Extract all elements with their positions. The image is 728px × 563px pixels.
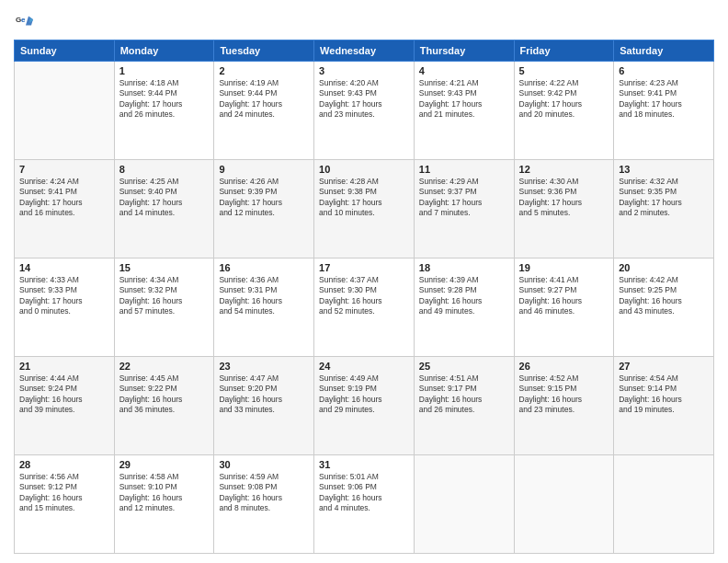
calendar-cell: 19Sunrise: 4:41 AMSunset: 9:27 PMDayligh… [514,259,614,357]
day-number: 29 [119,459,210,470]
day-number: 3 [319,65,409,76]
calendar-cell: 4Sunrise: 4:21 AMSunset: 9:43 PMDaylight… [414,62,514,160]
calendar-cell: 5Sunrise: 4:22 AMSunset: 9:42 PMDaylight… [514,62,614,160]
day-info: Sunrise: 4:37 AMSunset: 9:30 PMDaylight:… [319,275,409,317]
day-number: 30 [219,459,309,470]
day-info: Sunrise: 4:51 AMSunset: 9:17 PMDaylight:… [419,373,509,416]
day-number: 25 [419,361,509,372]
day-number: 26 [519,361,609,372]
calendar-cell: 14Sunrise: 4:33 AMSunset: 9:33 PMDayligh… [15,259,115,357]
day-number: 6 [619,65,709,76]
day-number: 24 [319,361,409,372]
calendar-cell: 26Sunrise: 4:52 AMSunset: 9:15 PMDayligh… [514,357,614,455]
day-number: 8 [119,164,210,175]
day-info: Sunrise: 4:18 AMSunset: 9:44 PMDaylight:… [119,78,210,121]
calendar-cell: 31Sunrise: 5:01 AMSunset: 9:06 PMDayligh… [314,455,415,554]
calendar-cell: 30Sunrise: 4:59 AMSunset: 9:08 PMDayligh… [214,455,314,554]
day-info: Sunrise: 4:59 AMSunset: 9:08 PMDaylight:… [219,472,309,514]
day-info: Sunrise: 4:29 AMSunset: 9:37 PMDaylight:… [419,177,509,219]
calendar-cell: 18Sunrise: 4:39 AMSunset: 9:28 PMDayligh… [414,259,514,357]
calendar-cell: 25Sunrise: 4:51 AMSunset: 9:17 PMDayligh… [414,357,514,455]
calendar-cell: 28Sunrise: 4:56 AMSunset: 9:12 PMDayligh… [15,455,115,554]
day-number: 20 [619,262,709,273]
day-of-week-tuesday: Tuesday [214,40,314,62]
calendar-cell: 2Sunrise: 4:19 AMSunset: 9:44 PMDaylight… [214,62,314,160]
day-info: Sunrise: 4:21 AMSunset: 9:43 PMDaylight:… [419,78,509,121]
calendar-cell: 20Sunrise: 4:42 AMSunset: 9:25 PMDayligh… [614,259,714,357]
svg-text:e: e [21,16,26,24]
logo: G e [14,14,38,32]
day-info: Sunrise: 4:32 AMSunset: 9:35 PMDaylight:… [619,177,709,219]
day-number: 14 [19,262,109,273]
day-info: Sunrise: 4:19 AMSunset: 9:44 PMDaylight:… [219,78,309,121]
day-number: 12 [519,164,609,175]
day-of-week-friday: Friday [514,40,614,62]
day-number: 1 [119,65,210,76]
header: G e [14,14,714,32]
day-of-week-monday: Monday [114,40,214,62]
calendar-table: SundayMondayTuesdayWednesdayThursdayFrid… [14,40,714,554]
day-info: Sunrise: 5:01 AMSunset: 9:06 PMDaylight:… [319,472,409,514]
day-info: Sunrise: 4:47 AMSunset: 9:20 PMDaylight:… [219,373,309,416]
day-number: 28 [19,459,109,470]
day-info: Sunrise: 4:34 AMSunset: 9:32 PMDaylight:… [119,275,210,317]
calendar-week-2: 7Sunrise: 4:24 AMSunset: 9:41 PMDaylight… [15,160,714,259]
calendar-cell: 24Sunrise: 4:49 AMSunset: 9:19 PMDayligh… [314,357,415,455]
day-info: Sunrise: 4:39 AMSunset: 9:28 PMDaylight:… [419,275,509,317]
calendar-cell: 1Sunrise: 4:18 AMSunset: 9:44 PMDaylight… [114,62,214,160]
day-info: Sunrise: 4:23 AMSunset: 9:41 PMDaylight:… [619,78,709,121]
day-number: 5 [519,65,609,76]
day-info: Sunrise: 4:30 AMSunset: 9:36 PMDaylight:… [519,177,609,219]
day-info: Sunrise: 4:33 AMSunset: 9:33 PMDaylight:… [19,275,109,317]
day-info: Sunrise: 4:22 AMSunset: 9:42 PMDaylight:… [519,78,609,121]
day-of-week-saturday: Saturday [614,40,714,62]
day-number: 13 [619,164,709,175]
day-number: 21 [19,361,109,372]
day-info: Sunrise: 4:36 AMSunset: 9:31 PMDaylight:… [219,275,309,317]
day-info: Sunrise: 4:20 AMSunset: 9:43 PMDaylight:… [319,78,409,121]
svg-text:G: G [16,16,21,24]
calendar-week-4: 21Sunrise: 4:44 AMSunset: 9:24 PMDayligh… [15,357,714,455]
day-info: Sunrise: 4:28 AMSunset: 9:38 PMDaylight:… [319,177,409,219]
calendar-cell: 17Sunrise: 4:37 AMSunset: 9:30 PMDayligh… [314,259,415,357]
day-info: Sunrise: 4:44 AMSunset: 9:24 PMDaylight:… [19,373,109,416]
calendar-cell: 9Sunrise: 4:26 AMSunset: 9:39 PMDaylight… [214,160,314,259]
calendar-cell: 15Sunrise: 4:34 AMSunset: 9:32 PMDayligh… [114,259,214,357]
day-info: Sunrise: 4:26 AMSunset: 9:39 PMDaylight:… [219,177,309,219]
day-info: Sunrise: 4:54 AMSunset: 9:14 PMDaylight:… [619,373,709,416]
calendar-cell: 29Sunrise: 4:58 AMSunset: 9:10 PMDayligh… [114,455,214,554]
calendar-cell: 10Sunrise: 4:28 AMSunset: 9:38 PMDayligh… [314,160,415,259]
day-number: 17 [319,262,409,273]
calendar-cell: 27Sunrise: 4:54 AMSunset: 9:14 PMDayligh… [614,357,714,455]
calendar-cell: 8Sunrise: 4:25 AMSunset: 9:40 PMDaylight… [114,160,214,259]
calendar-cell [15,62,115,160]
calendar-cell: 16Sunrise: 4:36 AMSunset: 9:31 PMDayligh… [214,259,314,357]
calendar-cell [514,455,614,554]
day-number: 2 [219,65,309,76]
day-info: Sunrise: 4:41 AMSunset: 9:27 PMDaylight:… [519,275,609,317]
day-number: 9 [219,164,309,175]
calendar-week-3: 14Sunrise: 4:33 AMSunset: 9:33 PMDayligh… [15,259,714,357]
day-info: Sunrise: 4:45 AMSunset: 9:22 PMDaylight:… [119,373,210,416]
logo-icon: G e [16,14,34,32]
day-number: 18 [419,262,509,273]
day-number: 4 [419,65,509,76]
calendar-cell: 22Sunrise: 4:45 AMSunset: 9:22 PMDayligh… [114,357,214,455]
day-info: Sunrise: 4:56 AMSunset: 9:12 PMDaylight:… [19,472,109,514]
day-number: 27 [619,361,709,372]
day-number: 23 [219,361,309,372]
calendar-cell: 13Sunrise: 4:32 AMSunset: 9:35 PMDayligh… [614,160,714,259]
day-number: 10 [319,164,409,175]
calendar-cell [414,455,514,554]
calendar-cell: 6Sunrise: 4:23 AMSunset: 9:41 PMDaylight… [614,62,714,160]
calendar-cell: 7Sunrise: 4:24 AMSunset: 9:41 PMDaylight… [15,160,115,259]
calendar-week-5: 28Sunrise: 4:56 AMSunset: 9:12 PMDayligh… [15,455,714,554]
day-number: 15 [119,262,210,273]
calendar-header-row: SundayMondayTuesdayWednesdayThursdayFrid… [15,40,714,62]
day-number: 31 [319,459,409,470]
day-of-week-wednesday: Wednesday [314,40,415,62]
calendar-cell: 12Sunrise: 4:30 AMSunset: 9:36 PMDayligh… [514,160,614,259]
calendar-week-1: 1Sunrise: 4:18 AMSunset: 9:44 PMDaylight… [15,62,714,160]
day-of-week-sunday: Sunday [15,40,115,62]
page: G e SundayMondayTuesdayWednesdayThursday… [0,0,728,563]
